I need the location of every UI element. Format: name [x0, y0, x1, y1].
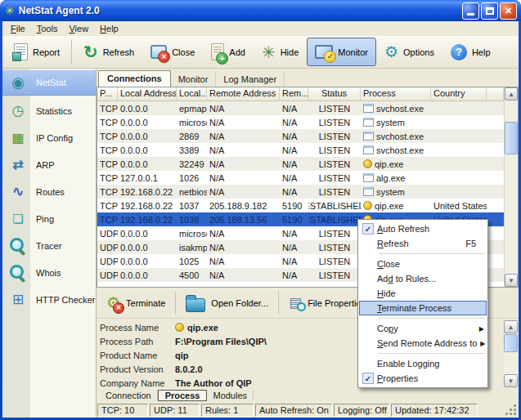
context-menu-item-auto-refresh[interactable]: ✓Auto Refresh: [359, 221, 487, 236]
toolbar-monitor-button[interactable]: Monitor: [307, 38, 376, 66]
netstat-icon: ◉: [11, 75, 25, 90]
title-bar[interactable]: ✳ NetStat Agent 2.0 ✕: [0, 0, 521, 21]
cell-text: LISTEN: [319, 104, 351, 114]
column-header-protocol[interactable]: P...: [97, 87, 118, 101]
sidebar-item-tracer[interactable]: Tracer: [2, 232, 96, 259]
column-header-local_port[interactable]: Local...: [177, 87, 207, 101]
toolbar-button-label: Refresh: [103, 47, 135, 57]
sidebar-item-netstat[interactable]: ◉NetStat: [2, 70, 96, 96]
menubar-item-view[interactable]: View: [63, 23, 94, 34]
column-header-remote_port[interactable]: Rem...: [280, 87, 308, 101]
sidebar-icon-wrap: ⇄: [7, 159, 29, 172]
bottom-tab-modules[interactable]: Modules: [207, 391, 254, 400]
context-menu-item-add-to-rules[interactable]: Add to Rules...: [359, 271, 487, 286]
bottom-tab-process[interactable]: Process: [158, 390, 208, 401]
sidebar-item-statistics[interactable]: ◷Statistics: [2, 97, 96, 124]
tab-connections[interactable]: Connections: [98, 70, 171, 87]
context-menu-item-copy[interactable]: Copy▶: [359, 321, 487, 336]
menubar-item-help[interactable]: Help: [94, 23, 124, 34]
table-row[interactable]: TCP0.0.0.02869N/AN/ALISTENsvchost.exe: [97, 129, 518, 143]
table-row[interactable]: TCP0.0.0.03389N/AN/ALISTENsvchost.exe: [97, 143, 518, 157]
cell-remote_address: N/A: [207, 243, 280, 252]
cell-text: N/A: [282, 118, 297, 127]
cell-text: N/A: [282, 270, 297, 280]
process-terminate-button[interactable]: ⚙Terminate: [98, 293, 173, 312]
toolbar-add-button[interactable]: Add: [203, 38, 254, 66]
menubar-item-file[interactable]: File: [5, 23, 31, 34]
menu-item-label: Auto Refresh: [377, 224, 484, 234]
column-header-remote_address[interactable]: Remote Address: [207, 87, 280, 101]
table-row[interactable]: TCP127.0.0.11026N/AN/ALISTENalg.exe: [97, 171, 518, 185]
column-header-country[interactable]: Country: [431, 87, 487, 101]
menu-item-label: Copy: [377, 324, 476, 333]
column-header-spacer[interactable]: [487, 87, 504, 101]
column-header-status[interactable]: Status: [308, 87, 361, 101]
cell-text: qip.exe: [375, 159, 403, 169]
context-menu-item-hide[interactable]: Hide: [359, 286, 487, 301]
toolbar-refresh-button[interactable]: ↻Refresh: [75, 38, 142, 66]
menu-item-label: Hide: [377, 288, 484, 298]
cell-local_port: 1037: [177, 201, 207, 211]
context-menu-item-properties[interactable]: ✓Properties: [359, 371, 487, 386]
scroll-down-icon[interactable]: ▼: [505, 274, 518, 287]
table-scrollbar[interactable]: ▲ ▼: [504, 87, 518, 287]
toolbar-close-button[interactable]: Close: [142, 38, 203, 66]
context-menu-item-refresh[interactable]: RefreshF5: [359, 236, 487, 251]
process-open-folder-button[interactable]: Open Folder...: [177, 293, 276, 314]
field-label: Process Path: [100, 337, 175, 346]
scroll-thumb[interactable]: [504, 334, 518, 352]
cell-status: LISTEN: [308, 145, 361, 155]
context-menu-item-terminate-process[interactable]: Terminate Process: [359, 301, 487, 315]
context-menu-item-enable-logging[interactable]: Enable Logging: [359, 356, 487, 371]
sidebar-item-label: IP Config: [36, 133, 73, 143]
cell-remote_port: N/A: [280, 104, 308, 114]
scroll-track[interactable]: [505, 101, 518, 274]
cell-text: ESTABLISHED: [308, 215, 361, 225]
context-menu-item-send-remote-address-to[interactable]: Send Remote Address to▶: [359, 336, 487, 351]
sidebar-item-whois[interactable]: Whois: [2, 259, 96, 286]
scroll-up-icon[interactable]: ▲: [505, 87, 518, 101]
sidebar-item-ip-config[interactable]: ▦IP Config: [2, 124, 96, 151]
toolbar-options-button[interactable]: ⚙Options: [376, 38, 442, 66]
context-menu-item-close[interactable]: Close: [359, 257, 487, 271]
sidebar-item-label: Routes: [36, 187, 65, 197]
maximize-button[interactable]: [481, 2, 498, 20]
details-scrollbar[interactable]: ▲ ▼: [504, 320, 518, 387]
sidebar-item-routes[interactable]: ∿Routes: [2, 178, 96, 205]
column-header-local_address[interactable]: Local Address: [118, 87, 177, 101]
table-row[interactable]: TCP192.168.0.22netbios...N/AN/ALISTENsys…: [97, 185, 518, 199]
scroll-thumb[interactable]: [505, 122, 518, 154]
table-row[interactable]: TCP192.168.0.221037205.188.9.1825190ESTA…: [97, 199, 518, 212]
toolbar-report-button[interactable]: Report: [6, 38, 68, 66]
table-row[interactable]: TCP0.0.0.0microso...N/AN/ALISTENsystem: [97, 115, 518, 129]
table-row[interactable]: TCP0.0.0.0epmapN/AN/ALISTENsvchost.exe: [97, 101, 518, 115]
cell-local_address: 0.0.0.0: [118, 145, 177, 155]
tab-monitor[interactable]: Monitor: [171, 73, 217, 87]
field-label: Product Name: [100, 351, 175, 360]
sidebar-item-label: HTTP Checker: [36, 295, 96, 305]
cell-local_address: 127.0.0.1: [118, 173, 177, 183]
sidebar-item-http-checker[interactable]: ⊞HTTP Checker: [2, 286, 96, 313]
close-button[interactable]: ✕: [500, 2, 517, 20]
sidebar-item-arp[interactable]: ⇄ARP: [2, 151, 96, 178]
options-icon: ⚙: [384, 44, 398, 60]
column-header-process[interactable]: Process: [361, 87, 431, 101]
menubar-item-tools[interactable]: Tools: [31, 23, 64, 34]
tab-log-manager[interactable]: Log Manager: [216, 73, 285, 87]
toolbar: Report↻RefreshCloseAdd✳HideMonitor⚙Optio…: [2, 36, 519, 69]
menu-separator: [379, 318, 485, 319]
cell-text: N/A: [209, 187, 224, 197]
scroll-up-icon[interactable]: ▲: [504, 320, 518, 333]
toolbar-help-button[interactable]: ?Help: [442, 38, 499, 66]
cell-remote_address: N/A: [207, 104, 280, 114]
table-row[interactable]: TCP0.0.0.032249N/AN/ALISTENqip.exe: [97, 157, 518, 171]
sidebar-item-ping[interactable]: ❏Ping: [2, 205, 96, 232]
toolbar-hide-button[interactable]: ✳Hide: [254, 38, 307, 66]
resize-grip[interactable]: [505, 404, 518, 417]
bottom-tab-connection[interactable]: Connection: [100, 391, 158, 400]
scroll-track[interactable]: [504, 333, 518, 374]
table-header: P...Local AddressLocal...Remote AddressR…: [97, 87, 518, 101]
minimize-button[interactable]: [462, 2, 479, 20]
cell-text: netbios...: [179, 187, 207, 197]
scroll-down-icon[interactable]: ▼: [504, 374, 518, 387]
